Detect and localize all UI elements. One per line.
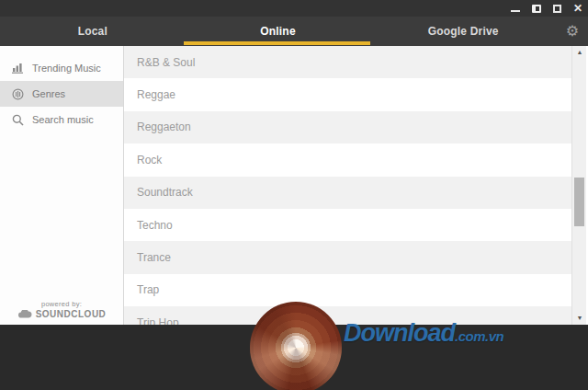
genre-row[interactable]: Techno (124, 209, 571, 241)
soundcloud-cloud-icon (17, 310, 32, 318)
tab-bar: Local Online Google Drive ⚙ (0, 17, 588, 46)
music-player-window: ✕ Local Online Google Drive ⚙ Trending M… (0, 0, 588, 390)
genre-row[interactable]: Trance (124, 241, 571, 273)
restore-icon[interactable] (532, 5, 541, 13)
sidebar-item-genres[interactable]: Genres (0, 81, 123, 107)
genre-row[interactable]: Soundtrack (124, 177, 571, 209)
minimize-icon[interactable] (511, 5, 520, 12)
sidebar-item-trending-music[interactable]: Trending Music (0, 55, 123, 81)
genre-row[interactable]: Trap (124, 274, 571, 306)
tab-google-drive[interactable]: Google Drive (370, 17, 556, 46)
scroll-down-arrow-icon[interactable]: ▼ (572, 314, 587, 323)
genre-row[interactable]: Reggae (124, 78, 571, 110)
window-controls: ✕ (511, 0, 582, 17)
sidebar: Trending Music Genres Search music (0, 46, 124, 325)
sidebar-item-label: Search music (32, 114, 94, 125)
genre-row[interactable]: R&B & Soul (124, 46, 571, 78)
search-icon (12, 114, 24, 126)
trending-chart-icon (12, 63, 24, 74)
tab-local[interactable]: Local (0, 17, 186, 46)
genre-row[interactable]: Trip Hop (124, 306, 571, 325)
scroll-up-arrow-icon[interactable]: ▲ (572, 48, 587, 57)
active-tab-underline (184, 41, 370, 45)
sidebar-item-label: Trending Music (32, 63, 101, 74)
list-scrollbar[interactable]: ▲ ▼ (571, 46, 586, 325)
powered-by-label: powered by: (0, 300, 123, 308)
sidebar-item-label: Genres (32, 88, 65, 99)
soundcloud-attribution: powered by: SOUNDCLOUD (0, 300, 123, 319)
genre-list: R&B & Soul Reggae Reggaeton Rock Soundtr… (124, 46, 571, 325)
content-area: Trending Music Genres Search music (0, 46, 588, 325)
maximize-icon[interactable] (553, 5, 561, 13)
album-disc (250, 302, 342, 390)
settings-gear-icon[interactable]: ⚙ (566, 22, 579, 40)
genre-row[interactable]: Rock (124, 143, 571, 176)
soundcloud-label: SOUNDCLOUD (36, 309, 107, 319)
close-icon[interactable]: ✕ (573, 0, 582, 17)
sidebar-item-search-music[interactable]: Search music (0, 107, 123, 132)
genre-row[interactable]: Reggaeton (124, 111, 571, 143)
titlebar: ✕ (0, 0, 588, 17)
genres-icon (12, 88, 24, 100)
scrollbar-thumb[interactable] (574, 178, 584, 226)
